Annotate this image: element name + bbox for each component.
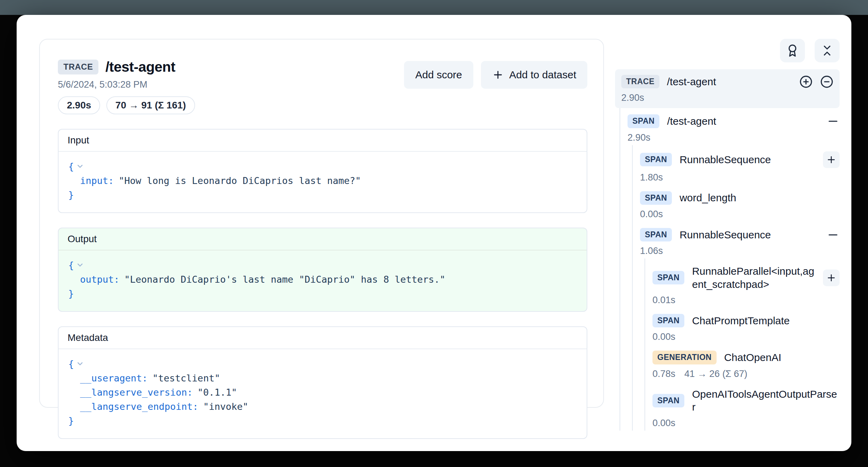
span-type-badge: SPAN — [652, 314, 684, 327]
collapse-panel-button[interactable] — [815, 39, 840, 62]
metadata-section: Metadata { __useragent:"testclient" __la… — [58, 326, 587, 439]
expand-node-button[interactable] — [823, 151, 840, 168]
span-type-badge: SPAN — [640, 191, 672, 205]
tree-row[interactable]: GENERATION ChatOpenAI 0.78s 41 → 26 (Σ 6… — [652, 344, 840, 381]
circle-minus-icon — [820, 75, 833, 88]
span-type-badge: SPAN — [652, 394, 684, 407]
tree-node-duration: 0.00s — [652, 418, 840, 429]
tree-node-duration: 0.00s — [652, 332, 840, 342]
tree-node-name: RunnableSequence — [680, 228, 819, 241]
tree-node-duration: 1.80s — [640, 172, 840, 183]
json-line: input:"How long is Leonardo DiCaprios la… — [68, 174, 577, 188]
json-close-line: } — [68, 287, 577, 301]
collapse-node-button[interactable] — [826, 228, 840, 241]
tree-row[interactable]: SPAN RunnableSequence 1.06s — [640, 222, 840, 258]
expand-all-button[interactable] — [799, 75, 813, 88]
plus-icon — [826, 273, 836, 283]
generation-type-badge: GENERATION — [652, 351, 717, 364]
tree-node-duration: 2.90s — [628, 132, 840, 143]
span-type-badge: SPAN — [652, 271, 684, 284]
json-line: __langserve_version:"0.1.1" — [68, 385, 577, 399]
award-icon — [786, 44, 799, 57]
json-open-line: { — [68, 258, 577, 272]
tree-children-level-1: SPAN /test-agent 2.90s SPAN RunnableSequ… — [620, 108, 840, 430]
trace-header: TRACE /test-agent 5/6/2024, 5:03:28 PM 2… — [58, 59, 587, 114]
json-open-line: { — [68, 159, 577, 174]
token-usage-badge: 70 → 91 (Σ 161) — [106, 96, 195, 114]
tree-row[interactable]: SPAN word_length 0.00s — [640, 185, 840, 222]
tree-node-name: /test-agent — [667, 115, 819, 128]
input-json-viewer: { input:"How long is Leonardo DiCaprios … — [59, 152, 587, 212]
tree-trace-row[interactable]: TRACE /test-agent 2.90s — [615, 69, 840, 108]
span-type-badge: SPAN — [640, 153, 672, 166]
expand-node-button[interactable] — [823, 270, 840, 286]
tree-node-duration: 0.78s — [652, 369, 675, 379]
tree-row[interactable]: SPAN RunnableParallel<input,agent_scratc… — [652, 258, 840, 308]
tree-node-tokens: 41 → 26 (Σ 67) — [684, 369, 747, 379]
tree-node-name: /test-agent — [667, 75, 792, 88]
json-line: __useragent:"testclient" — [68, 371, 577, 385]
collapse-all-button[interactable] — [820, 75, 833, 88]
tree-row[interactable]: SPAN RunnableSequence 1.80s — [640, 145, 840, 185]
tree-node-duration: 2.90s — [621, 92, 833, 103]
minus-icon — [826, 115, 840, 128]
minus-icon — [826, 228, 840, 241]
tree-node-name: ChatPromptTemplate — [692, 314, 840, 327]
plus-icon — [826, 155, 836, 165]
tree-node-duration: 0.00s — [640, 209, 840, 220]
plus-icon — [492, 69, 504, 81]
tree-node-name: ChatOpenAI — [724, 351, 840, 364]
span-type-badge: SPAN — [628, 114, 659, 128]
tree-row[interactable]: SPAN /test-agent 2.90s — [628, 108, 840, 145]
observation-tree-panel: TRACE /test-agent 2.90s SPAN — [615, 39, 840, 431]
trace-type-badge: TRACE — [621, 75, 659, 88]
trace-type-badge: TRACE — [58, 60, 98, 74]
latency-badge: 2.90s — [58, 96, 100, 114]
output-json-viewer: { output:"Leonardo DiCaprio's last name … — [59, 250, 587, 311]
add-score-button[interactable]: Add score — [404, 61, 473, 89]
chevron-down-icon[interactable] — [76, 258, 84, 272]
tree-children-level-2: SPAN RunnableSequence 1.80s SPAN — [632, 145, 840, 431]
tree-node-name: word_length — [680, 191, 840, 204]
collapse-node-button[interactable] — [826, 115, 840, 128]
tree-row[interactable]: SPAN ChatPromptTemplate 0.00s — [652, 308, 840, 344]
tree-node-name: RunnableParallel<input,agent_scratchpad> — [692, 265, 815, 291]
output-section-title: Output — [59, 228, 587, 250]
input-section: Input { input:"How long is Leonardo DiCa… — [58, 129, 587, 213]
input-section-title: Input — [59, 130, 587, 152]
metadata-section-title: Metadata — [59, 327, 587, 349]
span-type-badge: SPAN — [640, 228, 672, 241]
json-close-line: } — [68, 188, 577, 202]
trace-timestamp: 5/6/2024, 5:03:28 PM — [58, 79, 195, 90]
output-section: Output { output:"Leonardo DiCaprio's las… — [58, 228, 587, 312]
json-line: __langserve_endpoint:"invoke" — [68, 399, 577, 414]
trace-actions: Add score Add to dataset — [404, 61, 587, 89]
tree-toolbar — [615, 39, 840, 62]
page-title: /test-agent — [105, 59, 175, 75]
tree-node-duration: 0.01s — [652, 295, 840, 306]
chevrons-down-up-icon — [821, 44, 834, 57]
json-line: output:"Leonardo DiCaprio's last name "D… — [68, 272, 577, 287]
chevron-down-icon[interactable] — [76, 357, 84, 371]
chevron-down-icon[interactable] — [76, 159, 84, 174]
tree-row[interactable]: SPAN OpenAIToolsAgentOutputParser 0.00s — [652, 381, 840, 431]
add-score-label: Add score — [415, 69, 462, 81]
json-open-line: { — [68, 357, 577, 371]
tree-node-name: RunnableSequence — [680, 153, 815, 166]
tree-children-level-3: SPAN RunnableParallel<input,agent_scratc… — [645, 258, 840, 431]
circle-plus-icon — [799, 75, 813, 88]
scores-button[interactable] — [780, 39, 805, 62]
json-close-line: } — [68, 414, 577, 428]
trace-detail-card: TRACE /test-agent 5/6/2024, 5:03:28 PM 2… — [39, 39, 604, 408]
metadata-json-viewer: { __useragent:"testclient" __langserve_v… — [59, 349, 587, 438]
add-to-dataset-button[interactable]: Add to dataset — [481, 61, 587, 89]
add-to-dataset-label: Add to dataset — [509, 69, 576, 81]
trace-header-left: TRACE /test-agent 5/6/2024, 5:03:28 PM 2… — [58, 59, 195, 114]
tree-node-name: OpenAIToolsAgentOutputParser — [692, 388, 840, 414]
tree-node-duration: 1.06s — [640, 246, 840, 256]
app-window: TRACE /test-agent 5/6/2024, 5:03:28 PM 2… — [17, 15, 851, 451]
